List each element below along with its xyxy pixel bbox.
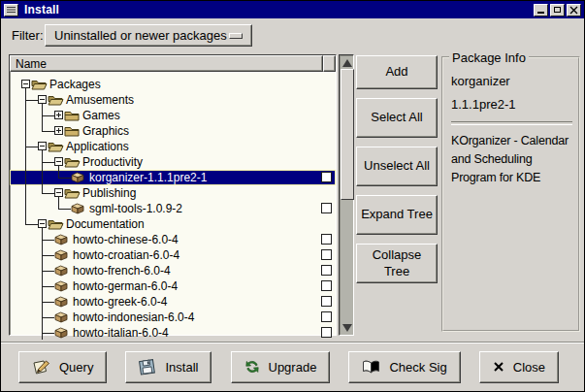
tree-row[interactable]: Games bbox=[10, 108, 336, 123]
check-sig-button[interactable]: Check Sig bbox=[348, 351, 460, 383]
tree-row[interactable]: Graphics bbox=[10, 123, 336, 139]
tree-expander-minus[interactable] bbox=[38, 95, 47, 104]
tree-line bbox=[25, 224, 38, 225]
package-info-frame: Package Info korganizer 1.1.1pre2-1 KOrg… bbox=[441, 56, 580, 332]
tree-item-label: Packages bbox=[49, 78, 101, 91]
maximize-icon bbox=[554, 7, 561, 13]
scroll-down-button[interactable] bbox=[341, 321, 354, 334]
tree-item-label: Applications bbox=[66, 140, 129, 153]
tree-row[interactable]: Publishing bbox=[10, 185, 336, 201]
tree-expander-plus[interactable] bbox=[54, 111, 63, 119]
install-checkbox[interactable] bbox=[321, 327, 332, 338]
expand-tree-button[interactable]: Expand Tree bbox=[356, 195, 438, 235]
install-checkbox[interactable] bbox=[321, 234, 332, 245]
upgrade-icon bbox=[244, 359, 260, 375]
tree-item-label: Publishing bbox=[82, 186, 136, 200]
folder-closed-icon bbox=[64, 125, 80, 137]
unselect-all-button[interactable]: Unselect All bbox=[356, 147, 438, 186]
arrow-up-icon bbox=[342, 59, 352, 67]
filter-dropdown-value: Uninstalled or newer packages bbox=[54, 28, 227, 43]
tree-row[interactable]: howto-croatian-6.0-4 bbox=[10, 247, 336, 263]
tree-item-label: howto-french-6.0-4 bbox=[73, 264, 171, 278]
tree-line bbox=[42, 185, 43, 193]
install-checkbox[interactable] bbox=[321, 311, 332, 322]
tree-expander-plus[interactable] bbox=[54, 126, 63, 135]
column-header-checkbox[interactable] bbox=[323, 55, 336, 72]
tree-row[interactable]: Productivity bbox=[10, 154, 336, 170]
scrollbar-thumb[interactable] bbox=[341, 69, 354, 200]
package-icon bbox=[54, 327, 68, 339]
tree-row[interactable]: howto-indonesian-6.0-4 bbox=[10, 310, 336, 325]
tree-item-label: howto-italian-6.0-4 bbox=[73, 326, 169, 340]
tree-body: Packages Amusements Games Graphics Appli… bbox=[10, 72, 336, 340]
install-checkbox[interactable] bbox=[321, 296, 332, 307]
close-window-button[interactable] bbox=[567, 4, 581, 16]
tree-line bbox=[42, 317, 54, 318]
tree-line bbox=[42, 271, 54, 272]
tree-row[interactable]: howto-german-6.0-4 bbox=[10, 278, 336, 294]
tree-scrollbar[interactable] bbox=[339, 54, 354, 336]
filter-dropdown[interactable]: Uninstalled or newer packages bbox=[45, 24, 252, 47]
tree-line bbox=[25, 108, 26, 123]
window-menu-icon[interactable] bbox=[4, 4, 18, 16]
tree-item-label: Graphics bbox=[82, 124, 129, 138]
tree-row[interactable]: korganizer-1.1.1pre2-1 bbox=[10, 170, 336, 185]
folder-open-icon bbox=[64, 187, 81, 199]
select-all-button[interactable]: Select All bbox=[356, 98, 438, 138]
query-button[interactable]: Query bbox=[18, 351, 107, 383]
minimize-button[interactable] bbox=[534, 4, 548, 16]
tree-row[interactable]: Amusements bbox=[10, 92, 336, 108]
tree-row[interactable]: howto-italian-6.0-4 bbox=[10, 325, 336, 340]
window-title: Install bbox=[24, 3, 59, 16]
install-checkbox[interactable] bbox=[321, 203, 332, 213]
folder-open-icon bbox=[31, 79, 48, 90]
tree-line bbox=[25, 216, 26, 224]
tree-item-label: korganizer-1.1.1pre2-1 bbox=[89, 171, 207, 184]
tree-item-label: sgml-tools-1.0.9-2 bbox=[89, 202, 182, 215]
install-checkbox[interactable] bbox=[321, 172, 332, 182]
install-checkbox[interactable] bbox=[321, 265, 332, 276]
tree-row[interactable]: Documentation bbox=[10, 216, 336, 232]
tree-expander-minus[interactable] bbox=[38, 142, 47, 150]
add-button[interactable]: Add bbox=[356, 55, 438, 89]
tree-item-label: howto-croatian-6.0-4 bbox=[73, 248, 179, 262]
maximize-button[interactable] bbox=[550, 4, 565, 16]
tree-expander-minus[interactable] bbox=[54, 188, 63, 197]
install-button-label: Install bbox=[165, 360, 198, 375]
collapse-tree-button[interactable]: Collapse Tree bbox=[356, 244, 438, 283]
tree-row[interactable]: sgml-tools-1.0.9-2 bbox=[10, 201, 336, 216]
close-button[interactable]: Close bbox=[479, 351, 559, 383]
tree-item-label: howto-chinese-6.0-4 bbox=[73, 233, 179, 246]
tree-line bbox=[58, 201, 59, 209]
tree-item-label: Documentation bbox=[66, 217, 145, 231]
tree-expander-minus[interactable] bbox=[21, 80, 30, 88]
install-checkbox[interactable] bbox=[321, 249, 332, 260]
tree-row[interactable]: howto-chinese-6.0-4 bbox=[10, 232, 336, 247]
tree-expander-minus[interactable] bbox=[54, 157, 63, 166]
package-name: korganizer bbox=[451, 74, 572, 88]
query-icon bbox=[32, 359, 50, 376]
install-checkbox[interactable] bbox=[321, 280, 332, 291]
filter-label: Filter: bbox=[12, 28, 44, 43]
tree-row[interactable]: Packages bbox=[10, 77, 336, 92]
upgrade-button[interactable]: Upgrade bbox=[231, 351, 331, 383]
tree-item-label: howto-indonesian-6.0-4 bbox=[73, 310, 194, 324]
dropdown-indicator-icon bbox=[229, 33, 243, 39]
tree-item-label: Amusements bbox=[66, 93, 134, 107]
tree-line bbox=[42, 302, 54, 303]
tree-line bbox=[42, 240, 54, 241]
tree-line bbox=[42, 286, 54, 287]
tree-line bbox=[25, 147, 38, 147]
column-header-name[interactable]: Name bbox=[10, 55, 323, 72]
tree-row[interactable]: Applications bbox=[10, 139, 336, 154]
tree-line bbox=[42, 170, 43, 185]
package-icon bbox=[54, 311, 68, 323]
tree-item-label: howto-greek-6.0-4 bbox=[73, 295, 167, 309]
tree-expander-minus[interactable] bbox=[38, 219, 47, 228]
tree-item-label: howto-german-6.0-4 bbox=[73, 279, 178, 293]
tree-row[interactable]: howto-greek-6.0-4 bbox=[10, 294, 336, 310]
install-button[interactable]: Install bbox=[125, 351, 211, 383]
tree-row[interactable]: howto-french-6.0-4 bbox=[10, 263, 336, 278]
scroll-up-button[interactable] bbox=[341, 56, 354, 69]
folder-closed-icon bbox=[64, 110, 80, 121]
